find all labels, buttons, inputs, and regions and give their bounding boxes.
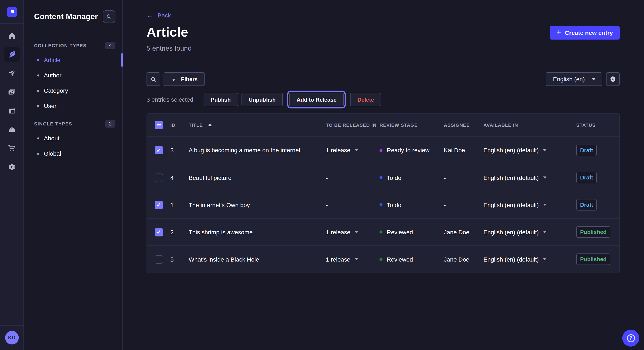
row-checkbox[interactable] [154,228,163,236]
sidebar-item-author[interactable]: Author [24,68,122,83]
sidebar-item-label: Author [44,72,62,79]
sidebar-item-article[interactable]: Article [24,52,122,68]
sidebar-item-label: Article [44,57,60,63]
stage-dot-icon [380,149,382,152]
column-header-id[interactable]: ID [170,122,189,127]
sidebar-item-label: About [44,135,60,142]
cloud-icon[interactable] [4,122,20,137]
stage-label: To do [387,174,402,181]
cell-id: 5 [170,256,189,263]
add-to-release-button[interactable]: Add to Release [289,93,344,106]
release-count-label: 1 release [326,147,350,154]
home-icon[interactable] [4,28,20,43]
search-icon [106,13,112,20]
cell-assignee: - [444,174,484,181]
row-checkbox[interactable] [154,146,163,154]
unpublish-button[interactable]: Unpublish [241,93,283,106]
chevron-down-icon [543,176,546,178]
help-button[interactable]: ? [622,330,639,347]
sidebar-item-about[interactable]: About [24,131,122,146]
marketplace-cart-icon[interactable] [4,140,20,156]
cell-available-in[interactable]: English (en) (default) [484,256,576,263]
row-checkbox[interactable] [154,200,163,209]
search-button[interactable] [146,72,160,86]
column-header-review-stage[interactable]: REVIEW STAGE [380,122,444,127]
list-toolbar: Filters English (en) [146,72,620,86]
cell-id: 4 [170,174,189,181]
sidebar-item-user[interactable]: User [24,98,122,114]
subnav-search-button[interactable] [103,10,116,23]
column-header-available-in[interactable]: AVAILABLE IN [484,122,576,127]
cell-available-in[interactable]: English (en) (default) [484,229,576,235]
stage-label: Reviewed [387,229,413,235]
bullet-icon [37,153,39,155]
cell-to-be-released-in[interactable]: - [319,201,380,208]
cell-available-in[interactable]: English (en) (default) [484,201,576,208]
plus-icon: + [556,28,561,36]
rail-bottom: KD [0,325,24,350]
status-badge: Draft [576,199,597,210]
cell-title: Beautiful picture [189,174,319,181]
cell-review-stage: Reviewed [380,229,444,235]
cell-assignee: - [444,201,484,208]
column-header-title[interactable]: TITLE [189,122,319,127]
user-avatar[interactable]: KD [5,331,18,345]
publish-button[interactable]: Publish [204,93,238,106]
entries-count-text: 5 entries found [146,45,192,52]
settings-gear-icon[interactable] [4,159,20,174]
row-checkbox[interactable] [154,255,163,263]
column-header-assignee[interactable]: ASSIGNEE [444,122,484,127]
content-manager-icon[interactable] [4,47,20,62]
stage-dot-icon [380,258,382,261]
row-checkbox[interactable] [154,173,163,182]
cell-assignee: Jane Doe [444,256,484,263]
table-header-row: ID TITLE TO BE RELEASED IN REVIEW STAGE … [147,114,619,137]
table-row[interactable]: 1 The internet's Own boy - To do - Engli… [147,191,619,218]
table-row[interactable]: 2 This shrimp is awesome 1 release Revie… [147,218,619,245]
main-content: ← Back Article 5 entries found + Create … [123,0,644,350]
locale-dropdown[interactable]: English (en) [546,72,602,86]
cell-to-be-released-in[interactable]: 1 release [319,147,380,154]
logo-area [0,0,24,24]
subnav-title: Content Manager [34,12,98,21]
cell-title: The internet's Own boy [189,201,319,208]
cell-available-in[interactable]: English (en) (default) [484,174,576,181]
locale-label: English (en) (default) [484,147,539,154]
cell-to-be-released-in[interactable]: 1 release [319,256,380,263]
status-badge: Draft [576,172,597,183]
delete-button[interactable]: Delete [350,93,381,106]
view-settings-button[interactable] [606,72,620,86]
status-badge: Published [576,253,610,265]
create-new-entry-button[interactable]: + Create new entry [550,26,620,39]
cell-to-be-released-in[interactable]: 1 release [319,229,380,235]
column-header-to-be-released-in[interactable]: TO BE RELEASED IN [319,122,380,127]
search-icon [150,75,157,83]
cell-to-be-released-in[interactable]: - [319,174,380,181]
sort-ascending-icon [208,124,212,126]
table-row[interactable]: 3 A bug is becoming a meme on the intern… [147,137,619,164]
cell-status: Draft [576,172,619,183]
chevron-down-icon [543,231,546,233]
content-type-builder-icon[interactable] [4,103,20,118]
strapi-logo[interactable] [6,6,17,17]
bullet-icon [37,90,39,92]
table-row[interactable]: 4 Beautiful picture - To do - English (e… [147,164,619,191]
sidebar-item-global[interactable]: Global [24,146,122,161]
table-row[interactable]: 5 What's inside a Black Hole 1 release R… [147,245,619,273]
locale-label: English (en) (default) [484,201,539,208]
release-count-label: - [326,174,328,181]
bullet-icon [37,74,39,76]
bullet-icon [37,59,39,61]
cell-available-in[interactable]: English (en) (default) [484,147,576,154]
media-library-icon[interactable] [4,84,20,100]
stage-label: Reviewed [387,256,413,263]
back-link[interactable]: ← Back [146,12,171,19]
cell-review-stage: To do [380,201,444,208]
releases-icon[interactable] [4,65,20,81]
cell-status: Published [576,253,619,265]
filters-button[interactable]: Filters [164,72,205,86]
select-all-checkbox[interactable] [154,121,163,129]
cell-review-stage: To do [380,174,444,181]
column-header-status[interactable]: STATUS [576,122,619,127]
sidebar-item-category[interactable]: Category [24,83,122,98]
